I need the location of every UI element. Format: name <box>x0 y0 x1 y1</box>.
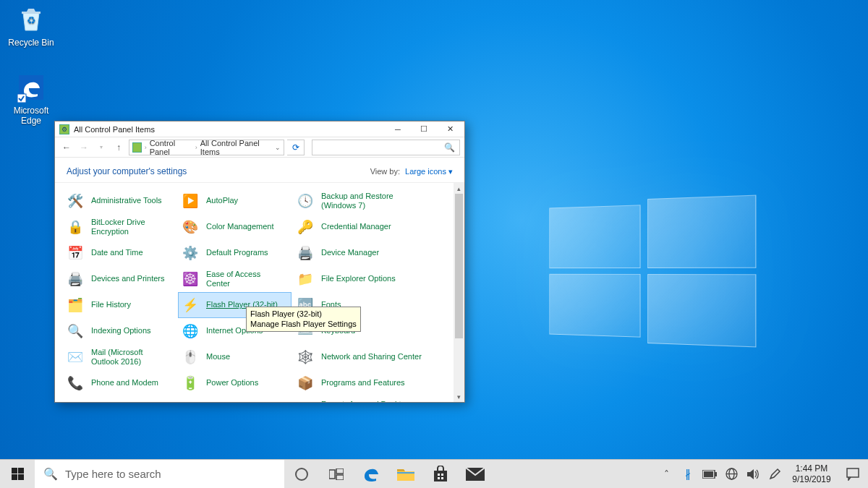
tray-volume[interactable] <box>742 460 764 489</box>
scroll-down-icon[interactable]: ▾ <box>454 391 464 402</box>
control-panel-item[interactable]: ⚙️Default Programs <box>179 241 291 265</box>
tray-bluetooth[interactable]: ∦ <box>677 460 699 489</box>
control-panel-item[interactable]: 🕓Backup and Restore (Windows 7) <box>294 189 431 213</box>
search-placeholder: Type here to search <box>65 468 161 480</box>
control-panel-item[interactable]: 🌍Region <box>179 397 291 402</box>
svg-rect-6 <box>397 472 414 474</box>
wallpaper-windows-logo <box>549 195 756 348</box>
nav-up-button[interactable]: ↑ <box>111 140 126 155</box>
chevron-right-icon: › <box>195 144 197 151</box>
folder-icon <box>396 466 415 482</box>
system-tray: ˄ ∦ 1:44 PM 9/19/2019 <box>655 460 868 489</box>
control-panel-item-icon: ✉️ <box>65 347 85 367</box>
control-panel-item-label: Phone and Modem <box>91 378 158 388</box>
control-panel-item-label: Ease of Access Center <box>206 270 286 288</box>
scroll-thumb[interactable] <box>455 194 463 338</box>
viewby-dropdown[interactable]: Large icons ▾ <box>405 167 453 176</box>
desktop-icon-edge[interactable]: Microsoft Edge <box>4 72 58 126</box>
control-panel-item[interactable]: 📦Programs and Features <box>294 371 431 395</box>
mail-icon <box>466 468 485 481</box>
tray-overflow-button[interactable]: ˄ <box>655 460 677 489</box>
taskbar-app-explorer[interactable] <box>388 460 423 489</box>
control-panel-item-icon: 🛠️ <box>65 191 85 211</box>
start-button[interactable] <box>0 460 35 489</box>
desktop-icon-recycle-bin[interactable]: ♻ Recycle Bin <box>4 4 58 48</box>
control-panel-item[interactable]: 🎨Color Management <box>179 215 291 239</box>
taskbar-app-mail[interactable] <box>458 460 493 489</box>
titlebar[interactable]: ⚙ All Control Panel Items ─ ☐ ✕ <box>55 121 464 137</box>
taskbar-clock[interactable]: 1:44 PM 9/19/2019 <box>786 463 838 485</box>
control-panel-item-label: Mouse <box>206 352 230 361</box>
control-panel-item[interactable]: 🔒BitLocker Drive Encryption <box>64 215 176 239</box>
clock-time: 1:44 PM <box>786 463 838 474</box>
control-panel-item-label: Network and Sharing Center <box>321 352 422 361</box>
control-panel-item[interactable]: ▶️AutoPlay <box>179 189 291 213</box>
control-panel-item-label: BitLocker Drive Encryption <box>91 218 171 236</box>
control-panel-item[interactable]: 🖨️Device Manager <box>294 241 431 265</box>
control-panel-item[interactable]: ☸️Ease of Access Center <box>179 267 291 291</box>
taskbar-search[interactable]: 🔍 Type here to search <box>35 460 284 489</box>
nav-forward-button[interactable]: → <box>77 140 91 155</box>
tooltip: Flash Player (32-bit) Manage Flash Playe… <box>246 307 361 332</box>
nav-back-button[interactable]: ← <box>59 140 74 155</box>
chevron-right-icon: › <box>145 144 147 151</box>
minimize-button[interactable]: ─ <box>385 121 411 137</box>
svg-rect-19 <box>847 468 859 477</box>
breadcrumb-current[interactable]: All Control Panel Items <box>200 139 272 156</box>
control-panel-item-label: File History <box>91 300 131 309</box>
cortana-button[interactable] <box>284 460 319 489</box>
control-panel-item-icon: 📅 <box>65 243 85 263</box>
control-panel-search[interactable]: 🔍 <box>312 140 460 155</box>
control-panel-item[interactable]: 🔗RemoteApp and Desktop Connections <box>294 397 431 402</box>
svg-rect-5 <box>336 475 344 480</box>
address-bar[interactable]: › Control Panel › All Control Panel Item… <box>129 140 284 155</box>
edge-icon <box>16 72 46 103</box>
control-panel-item-label: Mail (Microsoft Outlook 2016) <box>91 348 171 367</box>
control-panel-item-icon: 🎨 <box>180 217 200 237</box>
control-panel-icon: ⚙ <box>59 124 69 134</box>
svg-rect-11 <box>441 477 443 479</box>
breadcrumb-root[interactable]: Control Panel <box>150 139 192 156</box>
control-panel-item-icon: 🔍 <box>65 321 85 341</box>
battery-icon <box>702 470 717 479</box>
tray-network[interactable] <box>720 460 742 489</box>
control-panel-item-icon: ☸️ <box>180 269 200 289</box>
control-panel-item[interactable]: 📅Date and Time <box>64 241 176 265</box>
scroll-up-icon[interactable]: ▴ <box>454 183 464 194</box>
refresh-button[interactable]: ⟳ <box>287 140 305 155</box>
control-panel-item[interactable]: 🔋Power Options <box>179 371 291 395</box>
taskbar-app-edge[interactable] <box>354 460 388 489</box>
window-title: All Control Panel Items <box>74 125 385 134</box>
control-panel-item-icon: 🌐 <box>180 321 200 341</box>
control-panel-item[interactable]: 🔍Indexing Options <box>64 319 176 343</box>
taskbar-app-store[interactable] <box>423 460 458 489</box>
tray-battery[interactable] <box>699 460 720 489</box>
tray-pen[interactable] <box>764 460 786 489</box>
svg-rect-10 <box>438 477 440 479</box>
chevron-down-icon[interactable]: ⌄ <box>275 144 281 151</box>
task-view-button[interactable] <box>319 460 354 489</box>
control-panel-item[interactable]: 🖨️Devices and Printers <box>64 267 176 291</box>
subheader-title: Adjust your computer's settings <box>67 166 187 176</box>
maximize-button[interactable]: ☐ <box>411 121 437 137</box>
bluetooth-icon: ∦ <box>685 467 691 481</box>
control-panel-item-label: Credential Manager <box>321 222 391 231</box>
action-center-button[interactable] <box>838 460 868 489</box>
control-panel-item[interactable]: ✉️Mail (Microsoft Outlook 2016) <box>64 345 176 369</box>
control-panel-item[interactable]: 📞Phone and Modem <box>64 371 176 395</box>
control-panel-item-icon: 📁 <box>295 269 315 289</box>
control-panel-item[interactable]: 🕸️Network and Sharing Center <box>294 345 431 369</box>
scrollbar[interactable]: ▴ ▾ <box>454 183 464 402</box>
search-icon: 🔍 <box>444 142 455 153</box>
control-panel-item[interactable]: 🗂️File History <box>64 293 176 317</box>
control-panel-item[interactable]: 🛠️Administrative Tools <box>64 189 176 213</box>
svg-rect-15 <box>704 471 713 477</box>
close-button[interactable]: ✕ <box>437 121 463 137</box>
nav-recent-dropdown[interactable]: ▾ <box>94 140 109 155</box>
control-panel-item[interactable]: 🔑Credential Manager <box>294 215 431 239</box>
control-panel-item-icon: 🖨️ <box>65 269 85 289</box>
control-panel-item-icon: ⚡ <box>180 295 200 315</box>
control-panel-item[interactable]: 🖱️Mouse <box>179 345 291 369</box>
control-panel-item[interactable]: 📁File Explorer Options <box>294 267 431 291</box>
control-panel-item[interactable]: 💽Recovery <box>64 397 176 402</box>
